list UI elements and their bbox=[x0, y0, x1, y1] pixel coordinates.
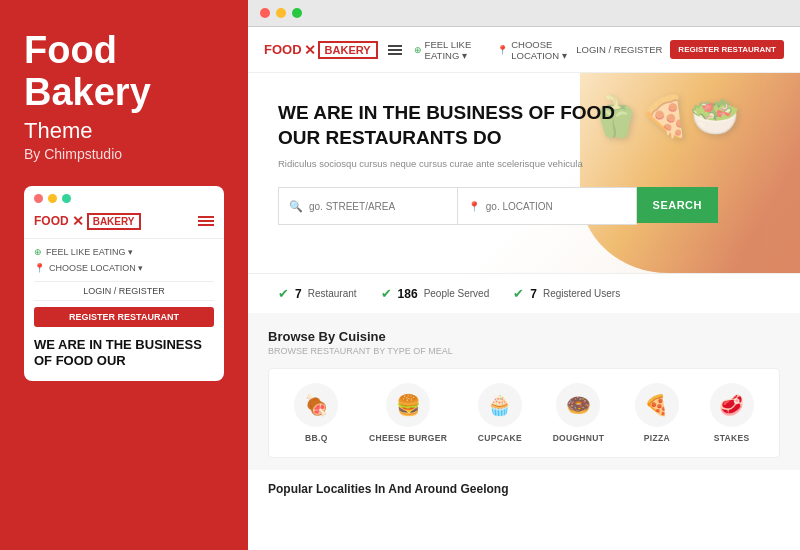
bbq-label: BB.Q bbox=[305, 433, 327, 443]
card-logo: FOOD ✕ BAKERY bbox=[34, 213, 141, 230]
nav-choose-location[interactable]: 📍 CHOOSE LOCATION ▾ bbox=[497, 39, 576, 61]
cuisine-bbq[interactable]: 🍖 BB.Q bbox=[294, 383, 338, 443]
card-hamburger-icon[interactable] bbox=[198, 216, 214, 226]
site-hamburger-icon[interactable] bbox=[388, 45, 402, 55]
stakes-label: STAKES bbox=[714, 433, 750, 443]
pizza-label: PIZZA bbox=[644, 433, 670, 443]
cheeseburger-label: CHEESE BURGER bbox=[369, 433, 447, 443]
hero-section: WE ARE IN THE BUSINESS OF FOODOUR RESTAU… bbox=[248, 73, 800, 273]
popular-section: Popular Localities In And Around Geelong bbox=[248, 470, 800, 504]
by-line: By Chimpstudio bbox=[24, 146, 224, 162]
nav-feel-like-eating[interactable]: ⊕ FEEL LIKE EATING ▾ bbox=[414, 39, 486, 61]
browser-dot-red bbox=[260, 8, 270, 18]
cheeseburger-icon: 🍔 bbox=[386, 383, 430, 427]
stat-users-num: 7 bbox=[530, 287, 537, 301]
cuisine-cupcake[interactable]: 🧁 CUPCAKE bbox=[478, 383, 522, 443]
stat-restaurant-num: 7 bbox=[295, 287, 302, 301]
check-icon-1: ✔ bbox=[278, 286, 289, 301]
stakes-icon: 🥩 bbox=[710, 383, 754, 427]
site-header-right: LOGIN / REGISTER REGISTER RESTAURANT bbox=[576, 40, 784, 59]
hero-title: WE ARE IN THE BUSINESS OF FOODOUR RESTAU… bbox=[278, 101, 618, 150]
card-menu-item-2[interactable]: 📍 CHOOSE LOCATION ▾ bbox=[34, 263, 214, 273]
stat-restaurant: ✔ 7 Restaurant bbox=[278, 286, 357, 301]
website-frame: FOOD ✕ BAKERY ⊕ FEEL LIKE EATING ▾ 📍 CHO… bbox=[248, 27, 800, 550]
cupcake-label: CUPCAKE bbox=[478, 433, 522, 443]
search-city-wrap: 📍 bbox=[457, 187, 637, 225]
card-logo-bakery: BAKERY bbox=[87, 213, 141, 230]
dot-green bbox=[62, 194, 71, 203]
browse-subtitle: BROWSE RESTAURANT BY TYPE OF MEAL bbox=[268, 346, 780, 356]
left-panel: Food Bakery Theme By Chimpstudio FOOD ✕ … bbox=[0, 0, 248, 550]
right-panel: FOOD ✕ BAKERY ⊕ FEEL LIKE EATING ▾ 📍 CHO… bbox=[248, 0, 800, 550]
search-magnifier-icon: 🔍 bbox=[289, 200, 303, 213]
site-nav-links: ⊕ FEEL LIKE EATING ▾ 📍 CHOOSE LOCATION ▾ bbox=[414, 39, 577, 61]
register-restaurant-button[interactable]: REGISTER RESTAURANT bbox=[670, 40, 784, 59]
card-menu-item-1[interactable]: ⊕ FEEL LIKE EATING ▾ bbox=[34, 247, 214, 257]
search-bar: 🔍 📍 SEARCH bbox=[278, 187, 718, 225]
browser-dot-green bbox=[292, 8, 302, 18]
site-logo: FOOD ✕ BAKERY bbox=[264, 41, 378, 59]
site-logo-x: ✕ bbox=[304, 42, 316, 58]
mobile-preview-card: FOOD ✕ BAKERY ⊕ FEEL LIKE EATING ▾ 📍 CHO… bbox=[24, 186, 224, 382]
search-location-input[interactable] bbox=[486, 188, 626, 224]
browse-section: Browse By Cuisine BROWSE RESTAURANT BY T… bbox=[248, 313, 800, 470]
search-location-wrap: 🔍 bbox=[278, 187, 457, 225]
pizza-icon: 🍕 bbox=[635, 383, 679, 427]
stat-people: ✔ 186 People Served bbox=[381, 286, 490, 301]
stat-restaurant-label: Restaurant bbox=[308, 288, 357, 299]
dot-yellow bbox=[48, 194, 57, 203]
location-icon: 📍 bbox=[34, 263, 45, 273]
login-register-link[interactable]: LOGIN / REGISTER bbox=[576, 44, 662, 55]
card-register-btn[interactable]: REGISTER RESTAURANT bbox=[34, 307, 214, 327]
bbq-icon: 🍖 bbox=[294, 383, 338, 427]
site-logo-food: FOOD bbox=[264, 42, 302, 57]
check-icon-2: ✔ bbox=[381, 286, 392, 301]
location-pin-icon: 📍 bbox=[468, 201, 480, 212]
site-header: FOOD ✕ BAKERY ⊕ FEEL LIKE EATING ▾ 📍 CHO… bbox=[248, 27, 800, 73]
browser-dot-yellow bbox=[276, 8, 286, 18]
search-button[interactable]: SEARCH bbox=[637, 187, 718, 223]
brand-title: Food Bakery bbox=[24, 30, 224, 114]
card-logo-x: ✕ bbox=[72, 213, 84, 229]
brand-subtitle: Theme bbox=[24, 118, 224, 144]
search-street-input[interactable] bbox=[309, 188, 447, 224]
popular-title: Popular Localities In And Around Geelong bbox=[268, 482, 780, 496]
stat-people-num: 186 bbox=[398, 287, 418, 301]
stat-users: ✔ 7 Registered Users bbox=[513, 286, 620, 301]
pin-icon: 📍 bbox=[497, 45, 508, 55]
cuisine-pizza[interactable]: 🍕 PIZZA bbox=[635, 383, 679, 443]
card-nav: FOOD ✕ BAKERY bbox=[24, 209, 224, 239]
feel-like-icon: ⊕ bbox=[34, 247, 42, 257]
doughnut-label: DOUGHNUT bbox=[553, 433, 605, 443]
card-logo-food: FOOD bbox=[34, 214, 69, 228]
stats-bar: ✔ 7 Restaurant ✔ 186 People Served ✔ 7 R… bbox=[248, 273, 800, 313]
check-icon-3: ✔ bbox=[513, 286, 524, 301]
cupcake-icon: 🧁 bbox=[478, 383, 522, 427]
site-logo-bakery: BAKERY bbox=[318, 41, 378, 59]
card-dots bbox=[24, 186, 224, 209]
hero-subtitle: Ridiculus sociosqu cursus neque cursus c… bbox=[278, 158, 618, 169]
browser-chrome bbox=[248, 0, 800, 27]
stat-users-label: Registered Users bbox=[543, 288, 620, 299]
card-hero-text: WE ARE IN THE BUSINESS OF FOOD OUR bbox=[24, 327, 224, 374]
compass-icon: ⊕ bbox=[414, 45, 422, 55]
browse-title: Browse By Cuisine bbox=[268, 329, 780, 344]
dot-red bbox=[34, 194, 43, 203]
cuisine-doughnut[interactable]: 🍩 DOUGHNUT bbox=[553, 383, 605, 443]
doughnut-icon: 🍩 bbox=[556, 383, 600, 427]
card-menu-items: ⊕ FEEL LIKE EATING ▾ 📍 CHOOSE LOCATION ▾ bbox=[24, 239, 224, 281]
cuisine-cheeseburger[interactable]: 🍔 CHEESE BURGER bbox=[369, 383, 447, 443]
card-login-btn[interactable]: LOGIN / REGISTER bbox=[34, 281, 214, 301]
cuisine-stakes[interactable]: 🥩 STAKES bbox=[710, 383, 754, 443]
cuisine-grid: 🍖 BB.Q 🍔 CHEESE BURGER 🧁 CUPCAKE 🍩 DOUGH… bbox=[268, 368, 780, 458]
stat-people-label: People Served bbox=[424, 288, 490, 299]
